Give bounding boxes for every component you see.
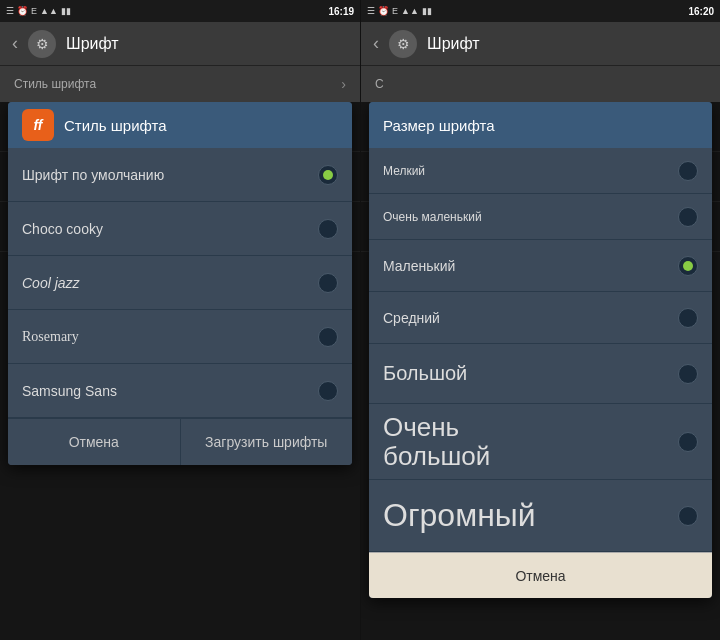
left-title: Шрифт bbox=[66, 35, 119, 53]
radio-choco bbox=[318, 219, 338, 239]
right-title: Шрифт bbox=[427, 35, 480, 53]
right-section-header: С bbox=[361, 66, 720, 102]
size-item-large[interactable]: Большой bbox=[369, 344, 712, 404]
size-label-normal: Средний bbox=[383, 310, 440, 326]
font-item-default[interactable]: Шрифт по умолчанию bbox=[8, 148, 352, 202]
size-label-xlarge: Оченьбольшой bbox=[383, 413, 490, 470]
right-status-bar: ☰ ⏰ E ▲▲ ▮▮ 16:20 bbox=[361, 0, 720, 22]
font-item-samsung[interactable]: Samsung Sans bbox=[8, 364, 352, 418]
font-style-dialog: ff Стиль шрифта Шрифт по умолчанию Choco… bbox=[8, 102, 352, 465]
radio-large bbox=[678, 364, 698, 384]
right-battery-icon: ▮▮ bbox=[422, 6, 432, 16]
radio-normal bbox=[678, 308, 698, 328]
size-item-medium[interactable]: Маленький bbox=[369, 240, 712, 292]
font-label-choco: Choco cooky bbox=[22, 221, 103, 237]
right-title-bar: ‹ ⚙ Шрифт bbox=[361, 22, 720, 66]
wifi-icon: ▲▲ bbox=[40, 6, 58, 16]
battery-icon: ▮▮ bbox=[61, 6, 71, 16]
gear-icon: ⚙ bbox=[36, 36, 49, 52]
back-icon[interactable]: ‹ bbox=[12, 33, 18, 54]
right-section-label: С bbox=[375, 77, 384, 91]
ff-icon: ff bbox=[22, 109, 54, 141]
load-fonts-button[interactable]: Загрузить шрифты bbox=[181, 419, 353, 465]
dialog-buttons: Отмена Загрузить шрифты bbox=[8, 418, 352, 465]
left-dialog-container: L R M ff Стиль шрифта Шрифт по умолчанию… bbox=[0, 102, 360, 640]
cancel-button[interactable]: Отмена bbox=[8, 419, 181, 465]
size-item-small[interactable]: Мелкий bbox=[369, 148, 712, 194]
size-label-small: Мелкий bbox=[383, 164, 425, 178]
radio-huge bbox=[678, 506, 698, 526]
right-status-time-right: 16:20 bbox=[688, 6, 714, 17]
right-time: 16:20 bbox=[688, 6, 714, 17]
size-item-xlarge[interactable]: Оченьбольшой bbox=[369, 404, 712, 480]
right-status-icons-left: ☰ ⏰ E ▲▲ ▮▮ bbox=[367, 6, 432, 16]
size-label-medium: Маленький bbox=[383, 258, 455, 274]
data-icon: E bbox=[31, 6, 37, 16]
radio-cool bbox=[318, 273, 338, 293]
size-label-huge: Огромный bbox=[383, 497, 536, 534]
font-size-dialog: Размер шрифта Мелкий Очень маленький Мал… bbox=[369, 102, 712, 598]
left-status-bar: ☰ ⏰ E ▲▲ ▮▮ 16:19 bbox=[0, 0, 360, 22]
status-time-right: 16:19 bbox=[328, 6, 354, 17]
radio-default bbox=[318, 165, 338, 185]
dialog-title-text: Стиль шрифта bbox=[64, 117, 167, 134]
section-arrow-icon: › bbox=[341, 76, 346, 92]
right-data-icon: E bbox=[392, 6, 398, 16]
size-cancel-button[interactable]: Отмена bbox=[369, 552, 712, 598]
right-back-icon[interactable]: ‹ bbox=[373, 33, 379, 54]
font-item-rosemary[interactable]: Rosemary bbox=[8, 310, 352, 364]
radio-medium bbox=[678, 256, 698, 276]
left-section-label: Стиль шрифта bbox=[14, 77, 96, 91]
radio-samsung bbox=[318, 381, 338, 401]
size-label-large: Большой bbox=[383, 362, 467, 385]
font-label-cool: Cool jazz bbox=[22, 275, 80, 291]
right-dialog-container: C R M Размер шрифта Мелкий Очень маленьк… bbox=[361, 102, 720, 640]
size-item-xsmall[interactable]: Очень маленький bbox=[369, 194, 712, 240]
font-label-rosemary: Rosemary bbox=[22, 329, 79, 345]
font-item-cool[interactable]: Cool jazz bbox=[8, 256, 352, 310]
left-title-bar: ‹ ⚙ Шрифт bbox=[0, 22, 360, 66]
signal-icon: ☰ bbox=[6, 6, 14, 16]
right-gear-icon-wrap: ⚙ bbox=[389, 30, 417, 58]
right-alarm-icon: ⏰ bbox=[378, 6, 389, 16]
radio-xlarge bbox=[678, 432, 698, 452]
right-signal-icon: ☰ bbox=[367, 6, 375, 16]
size-item-huge[interactable]: Огромный bbox=[369, 480, 712, 552]
alarm-icon: ⏰ bbox=[17, 6, 28, 16]
font-item-choco[interactable]: Choco cooky bbox=[8, 202, 352, 256]
size-item-normal[interactable]: Средний bbox=[369, 292, 712, 344]
radio-xsmall bbox=[678, 207, 698, 227]
left-section-header: Стиль шрифта › bbox=[0, 66, 360, 102]
size-label-xsmall: Очень маленький bbox=[383, 210, 482, 224]
left-time: 16:19 bbox=[328, 6, 354, 17]
right-wifi-icon: ▲▲ bbox=[401, 6, 419, 16]
size-dialog-title: Размер шрифта bbox=[369, 102, 712, 148]
font-label-samsung: Samsung Sans bbox=[22, 383, 117, 399]
radio-rosemary bbox=[318, 327, 338, 347]
gear-icon-wrap: ⚙ bbox=[28, 30, 56, 58]
radio-small bbox=[678, 161, 698, 181]
size-dialog-title-text: Размер шрифта bbox=[383, 117, 495, 134]
font-label-default: Шрифт по умолчанию bbox=[22, 167, 164, 183]
right-gear-icon: ⚙ bbox=[397, 36, 410, 52]
status-icons-left: ☰ ⏰ E ▲▲ ▮▮ bbox=[6, 6, 71, 16]
dialog-title-row: ff Стиль шрифта bbox=[8, 102, 352, 148]
right-panel: ☰ ⏰ E ▲▲ ▮▮ 16:20 ‹ ⚙ Шрифт С C R M Ра bbox=[360, 0, 720, 640]
left-panel: ☰ ⏰ E ▲▲ ▮▮ 16:19 ‹ ⚙ Шрифт Стиль шрифта… bbox=[0, 0, 360, 640]
